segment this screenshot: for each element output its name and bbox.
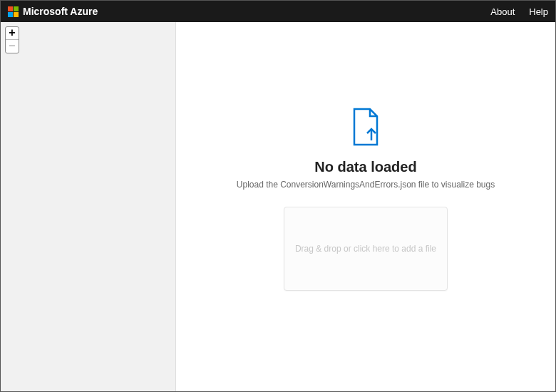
content-area: + – No data loaded Upload the Conversion… [1,22,555,391]
help-link[interactable]: Help [529,6,548,17]
topbar: Microsoft Azure About Help [1,1,555,22]
sidebar: + – [1,22,176,391]
empty-state-title: No data loaded [314,159,416,175]
file-dropzone[interactable]: Drag & drop or click here to add a file [284,207,448,291]
document-upload-icon [350,108,381,146]
dropzone-label: Drag & drop or click here to add a file [295,244,436,254]
microsoft-logo-icon [8,6,19,17]
zoom-control: + – [5,26,19,53]
empty-state-subtitle: Upload the ConversionWarningsAndErrors.j… [237,180,495,190]
about-link[interactable]: About [490,6,515,17]
brand-title: Microsoft Azure [23,6,98,17]
zoom-in-button[interactable]: + [6,27,19,40]
brand-logo: Microsoft Azure [8,6,98,17]
main-panel: No data loaded Upload the ConversionWarn… [176,22,555,391]
zoom-out-button[interactable]: – [6,40,19,53]
